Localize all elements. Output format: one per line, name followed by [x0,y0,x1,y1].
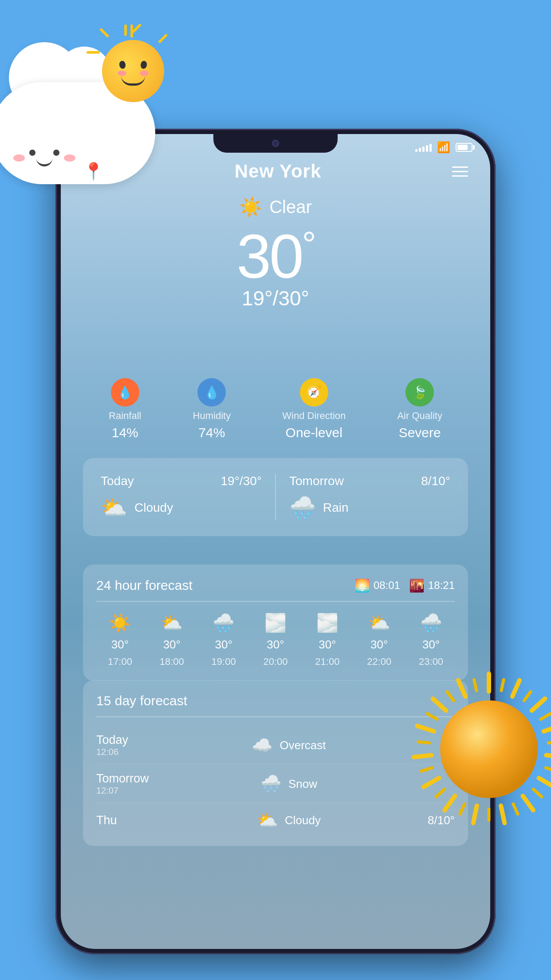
daily-day-0: Today [96,733,167,747]
list-item: ⛅ 30° 18:00 [148,612,196,668]
svg-line-3 [544,726,551,731]
sunset-time: 🌇 18:21 [409,578,455,593]
table-row: Tomorrow 12:07 🌨️ Snow [96,765,455,803]
svg-line-10 [424,778,439,787]
svg-line-4 [546,755,551,757]
signal-icon [415,143,432,152]
hour-time-6: 23:00 [419,656,443,668]
svg-line-14 [458,680,465,697]
humidity-label: Humidity [193,410,231,422]
hour-time-3: 20:00 [263,656,287,668]
battery-icon [456,143,472,152]
hourly-forecast-card: 24 hour forecast 🌅 08:01 🌇 18:21 ☀️ 30 [83,565,468,681]
svg-line-2 [532,699,545,711]
tomorrow-temp: 8/10° [421,474,450,488]
svg-line-24 [436,789,445,797]
svg-line-6 [523,796,533,810]
list-item: 🌫️ 30° 21:00 [303,612,351,668]
stat-humidity: 💧 Humidity 74% [193,378,231,440]
svg-line-17 [541,714,551,719]
daily-icon-1: 🌨️ [260,774,281,794]
tomorrow-condition: Rain [323,501,349,515]
temperature-main: 30° [236,222,315,291]
today-tomorrow-card: Today 19°/30° ⛅ Cloudy Tomorrow 8/10° 🌧️… [83,458,468,536]
daily-day-2: Thu [96,814,167,827]
today-weather-icon: ⛅ [101,495,127,520]
menu-button[interactable] [452,166,468,177]
hour-icon-4: 🌫️ [316,612,338,633]
big-sun-decoration [409,669,551,829]
hour-temp-3: 30° [267,638,284,652]
status-icons: 📶 [415,141,472,154]
sun-cartoon-decoration [89,27,177,115]
table-row: Thu ⛅ Cloudy 8/10° [96,803,455,837]
sunrise-time: 🌅 08:01 [354,578,400,593]
svg-line-18 [548,742,551,743]
svg-point-30 [440,700,538,798]
hourly-items: ☀️ 30° 17:00 ⛅ 30° 18:00 🌧️ 30° 19:00 🌫️… [96,612,455,668]
svg-line-25 [421,768,432,771]
today-forecast: Today 19°/30° ⛅ Cloudy [101,474,262,520]
phone-frame: 📶 📍 New York ☀️ Clear 3 [55,129,496,954]
wifi-icon: 📶 [437,141,450,154]
svg-line-21 [513,804,518,814]
stat-rainfall: 💧 Rainfall 14% [109,378,141,440]
svg-line-11 [414,755,432,757]
tomorrow-weather-icon: 🌧️ [289,495,316,520]
air-label: Air Quality [397,410,442,422]
svg-line-12 [417,726,434,731]
status-bar: 📶 [61,138,490,157]
air-value: Severe [399,425,441,440]
list-item: ⛅ 30° 22:00 [355,612,403,668]
hour-icon-1: ⛅ [161,612,183,633]
svg-line-15 [501,680,504,690]
tomorrow-label: Tomorrow [289,474,344,488]
wind-label: Wind Direction [282,410,346,422]
svg-line-19 [546,768,551,771]
daily-sub-1: 12:07 [96,786,167,796]
list-item: 🌧️ 30° 23:00 [407,612,455,668]
svg-line-20 [533,789,542,797]
svg-line-13 [433,699,446,711]
hour-icon-3: 🌫️ [264,612,287,633]
svg-line-9 [445,796,455,810]
weather-stats: 💧 Rainfall 14% 💧 Humidity 74% 🧭 Wind Dir… [83,378,468,440]
air-icon: 🍃 [405,378,434,407]
hour-temp-2: 30° [215,638,232,652]
svg-line-27 [427,714,437,719]
hour-icon-2: 🌧️ [213,612,235,633]
condition-text: Clear [269,197,312,217]
forecast-divider [275,474,276,520]
hourly-divider [96,601,455,602]
wind-value: One-level [286,425,342,440]
hour-icon-0: ☀️ [109,612,131,633]
daily-cond-2: Cloudy [285,814,321,827]
humidity-value: 74% [198,425,225,440]
tomorrow-forecast: Tomorrow 8/10° 🌧️ Rain [289,474,450,520]
list-item: 🌫️ 30° 20:00 [252,612,299,668]
hour-time-1: 18:00 [160,656,184,668]
table-row: Today 12:06 ☁️ Overcast [96,726,455,765]
city-name: New York [235,161,322,182]
stat-air: 🍃 Air Quality Severe [397,378,442,440]
daily-cond-1: Snow [288,777,317,791]
list-item: 🌧️ 30° 19:00 [200,612,248,668]
temperature-range: 19°/30° [242,286,309,310]
wind-icon: 🧭 [300,378,328,407]
rainfall-icon: 💧 [111,378,139,407]
hour-time-0: 17:00 [108,656,132,668]
hour-temp-4: 30° [319,638,336,652]
daily-day-1: Tomorrow [96,772,167,786]
daily-icon-2: ⛅ [257,810,278,830]
svg-line-28 [447,692,454,701]
hour-temp-0: 30° [111,638,129,652]
sunset-icon: 🌇 [409,578,425,593]
sunrise-icon: 🌅 [354,578,370,593]
daily-title: 15 day forecast [96,693,455,708]
daily-icon-0: ☁️ [252,735,272,755]
hour-icon-5: ⛅ [368,612,390,633]
hour-time-2: 19:00 [212,656,236,668]
svg-line-16 [524,692,531,701]
list-item: ☀️ 30° 17:00 [96,612,144,668]
app-header: 📍 New York [61,161,490,182]
